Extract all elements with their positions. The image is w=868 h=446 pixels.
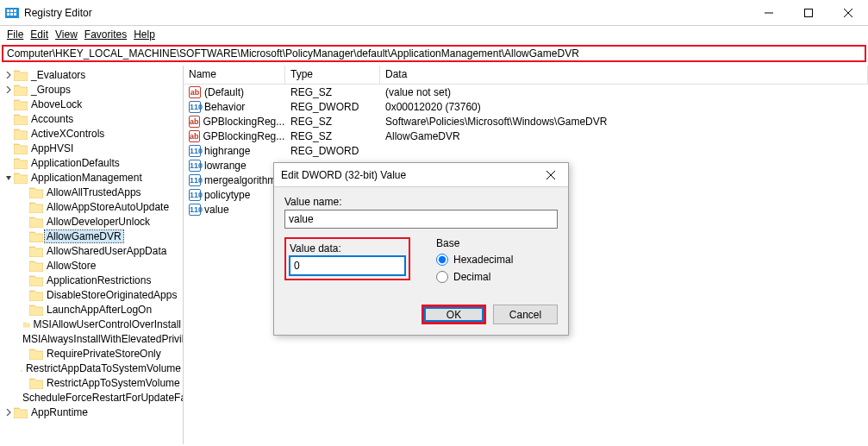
tree-item-label: AboveLock xyxy=(29,98,84,110)
tree-item[interactable]: LaunchAppAfterLogOn xyxy=(0,302,183,317)
col-name[interactable]: Name xyxy=(184,66,285,84)
list-row[interactable]: ab(Default)REG_SZ(value not set) xyxy=(184,85,868,99)
tree-item[interactable]: AllowAppStoreAutoUpdate xyxy=(0,199,183,214)
tree-view[interactable]: _Evaluators_GroupsAboveLockAccountsActiv… xyxy=(0,66,184,444)
value-name: lowrange xyxy=(204,160,247,172)
tree-item[interactable]: RestrictAppDataToSystemVolume xyxy=(0,361,183,375)
close-button[interactable] xyxy=(828,0,868,26)
tree-item[interactable]: ApplicationManagement xyxy=(0,170,183,185)
tree-item[interactable]: AppHVSI xyxy=(0,141,183,155)
tree-item-label: AllowAllTrustedApps xyxy=(45,186,143,198)
minimize-button[interactable] xyxy=(749,0,789,26)
value-data: AllowGameDVR xyxy=(380,130,868,142)
address-bar[interactable]: Computer\HKEY_LOCAL_MACHINE\SOFTWARE\Mic… xyxy=(2,45,866,62)
reg-dword-icon: 110 xyxy=(189,189,201,201)
reg-string-icon: ab xyxy=(189,130,200,142)
tree-item-label: ApplicationRestrictions xyxy=(45,274,153,286)
menu-view[interactable]: View xyxy=(55,28,78,41)
chevron-right-icon[interactable] xyxy=(3,72,14,79)
tree-item[interactable]: AllowSharedUserAppData xyxy=(0,243,183,258)
menu-help[interactable]: Help xyxy=(134,28,155,41)
folder-icon xyxy=(14,172,28,184)
cancel-button[interactable]: Cancel xyxy=(493,305,558,324)
value-data: Software\Policies\Microsoft\Windows\Game… xyxy=(380,116,868,128)
folder-icon xyxy=(14,406,28,418)
reg-dword-icon: 110 xyxy=(189,204,201,216)
tree-item[interactable]: AllowGameDVR xyxy=(0,229,183,243)
folder-icon xyxy=(14,98,28,110)
tree-item[interactable]: AboveLock xyxy=(0,97,183,111)
value-name: GPBlockingReg... xyxy=(203,130,285,142)
cancel-button-label: Cancel xyxy=(509,309,541,321)
folder-icon xyxy=(29,274,43,286)
tree-item-label: ScheduleForceRestartForUpdateFailures xyxy=(21,392,184,404)
regedit-app-icon xyxy=(5,6,19,20)
tree-item[interactable]: _Groups xyxy=(0,82,183,97)
value-data-input[interactable] xyxy=(290,256,405,275)
tree-item[interactable]: ActiveXControls xyxy=(0,126,183,141)
tree-item[interactable]: AllowAllTrustedApps xyxy=(0,185,183,199)
tree-item[interactable]: RestrictAppToSystemVolume xyxy=(0,375,183,390)
radio-hexadecimal-input[interactable] xyxy=(436,254,448,266)
value-type: REG_DWORD xyxy=(285,145,380,157)
menu-bar: File Edit View Favorites Help xyxy=(0,26,868,43)
folder-icon xyxy=(14,142,28,154)
tree-item-label: _Evaluators xyxy=(29,69,87,81)
tree-item-label: AppRuntime xyxy=(29,406,90,418)
chevron-right-icon[interactable] xyxy=(3,86,14,93)
menu-edit[interactable]: Edit xyxy=(30,28,48,41)
value-name-input[interactable] xyxy=(284,210,558,229)
folder-icon xyxy=(29,201,43,213)
tree-item[interactable]: RequirePrivateStoreOnly xyxy=(0,346,183,361)
tree-item-label: MSIAllowUserControlOverInstall xyxy=(32,318,183,330)
list-row[interactable]: abGPBlockingReg...REG_SZSoftware\Policie… xyxy=(184,114,868,129)
edit-dword-dialog: Edit DWORD (32-bit) Value Value name: Va… xyxy=(273,162,569,336)
folder-icon xyxy=(14,69,28,81)
maximize-button[interactable] xyxy=(789,0,828,26)
folder-icon xyxy=(23,318,29,330)
svg-rect-2 xyxy=(10,9,13,12)
address-path: Computer\HKEY_LOCAL_MACHINE\SOFTWARE\Mic… xyxy=(7,47,579,60)
value-data-highlight: Value data: xyxy=(284,237,410,280)
menu-favorites[interactable]: Favorites xyxy=(84,28,127,41)
list-header: Name Type Data xyxy=(184,66,868,85)
dialog-close-button[interactable] xyxy=(534,163,568,187)
reg-dword-icon: 110 xyxy=(189,101,201,113)
dialog-title-bar[interactable]: Edit DWORD (32-bit) Value xyxy=(274,163,568,187)
col-data[interactable]: Data xyxy=(380,66,868,84)
folder-icon xyxy=(29,186,43,198)
radio-decimal-input[interactable] xyxy=(436,271,448,283)
value-name: GPBlockingReg... xyxy=(203,116,285,128)
list-row[interactable]: 110BehaviorREG_DWORD0x00012020 (73760) xyxy=(184,99,868,114)
tree-item[interactable]: AppRuntime xyxy=(0,405,183,419)
radio-hexadecimal[interactable]: Hexadecimal xyxy=(436,251,513,268)
tree-item[interactable]: _Evaluators xyxy=(0,67,183,82)
tree-item[interactable]: AllowStore xyxy=(0,258,183,273)
value-type: REG_DWORD xyxy=(285,101,380,113)
tree-item[interactable]: AllowDeveloperUnlock xyxy=(0,214,183,229)
tree-item[interactable]: MSIAlwaysInstallWithElevatedPrivileges xyxy=(0,331,183,346)
tree-item[interactable]: MSIAllowUserControlOverInstall xyxy=(0,317,183,331)
list-row[interactable]: abGPBlockingReg...REG_SZAllowGameDVR xyxy=(184,129,868,143)
menu-file[interactable]: File xyxy=(7,28,23,41)
chevron-right-icon[interactable] xyxy=(3,409,14,416)
tree-item-label: MSIAlwaysInstallWithElevatedPrivileges xyxy=(21,333,184,345)
tree-item[interactable]: DisableStoreOriginatedApps xyxy=(0,287,183,302)
svg-rect-6 xyxy=(14,13,16,16)
tree-item-label: ApplicationDefaults xyxy=(29,157,122,169)
svg-rect-1 xyxy=(7,9,9,12)
ok-button[interactable]: OK xyxy=(422,305,486,324)
tree-item[interactable]: ApplicationRestrictions xyxy=(0,273,183,287)
value-data: (value not set) xyxy=(380,86,868,98)
col-type[interactable]: Type xyxy=(285,66,380,84)
tree-item[interactable]: Accounts xyxy=(0,111,183,126)
tree-item-label: ApplicationManagement xyxy=(29,172,144,184)
radio-decimal[interactable]: Decimal xyxy=(436,268,513,286)
chevron-down-icon[interactable] xyxy=(3,174,14,181)
tree-item[interactable]: ApplicationDefaults xyxy=(0,155,183,170)
reg-dword-icon: 110 xyxy=(189,174,201,186)
value-data: 0x00012020 (73760) xyxy=(380,101,868,113)
list-row[interactable]: 110highrangeREG_DWORD xyxy=(184,143,868,158)
folder-icon xyxy=(29,216,43,228)
tree-item[interactable]: ScheduleForceRestartForUpdateFailures xyxy=(0,390,183,405)
